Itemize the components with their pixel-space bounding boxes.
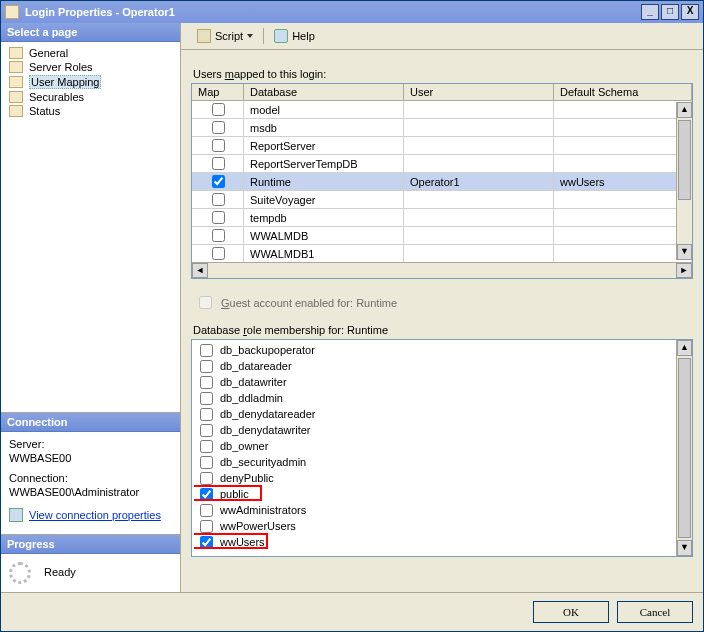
role-item[interactable]: db_datareader — [194, 358, 674, 374]
scroll-thumb[interactable] — [678, 120, 691, 200]
role-label: db_securityadmin — [220, 456, 306, 468]
cell-database: tempdb — [244, 209, 404, 227]
maximize-button[interactable]: □ — [661, 4, 679, 20]
role-checkbox[interactable] — [200, 472, 213, 485]
map-checkbox[interactable] — [212, 157, 225, 170]
col-map[interactable]: Map — [192, 84, 244, 101]
progress-panel: Ready — [1, 554, 180, 592]
map-checkbox[interactable] — [212, 175, 225, 188]
role-item[interactable]: wwAdministrators — [194, 502, 674, 518]
cell-database: Runtime — [244, 173, 404, 191]
map-checkbox[interactable] — [212, 211, 225, 224]
grid-hscrollbar[interactable]: ◄ ► — [192, 262, 692, 278]
link-label: View connection properties — [29, 509, 161, 521]
role-label: db_owner — [220, 440, 268, 452]
role-checkbox[interactable] — [200, 504, 213, 517]
nav-general[interactable]: General — [1, 46, 180, 60]
cell-database: SuiteVoyager — [244, 191, 404, 209]
role-item[interactable]: db_securityadmin — [194, 454, 674, 470]
nav-server-roles[interactable]: Server Roles — [1, 60, 180, 74]
user-mapping-grid[interactable]: Map Database User Default Schema modelms… — [191, 83, 693, 279]
role-item[interactable]: wwPowerUsers — [194, 518, 674, 534]
connection-header: Connection — [1, 413, 180, 432]
cell-database: WWALMDB — [244, 227, 404, 245]
roles-vscrollbar[interactable]: ▲ ▼ — [676, 340, 692, 556]
nav-status[interactable]: Status — [1, 104, 180, 118]
role-checkbox[interactable] — [200, 488, 213, 501]
table-row[interactable]: ReportServerTempDB — [192, 155, 692, 173]
scroll-down-icon[interactable]: ▼ — [677, 244, 692, 260]
role-item[interactable]: db_datawriter — [194, 374, 674, 390]
progress-header: Progress — [1, 535, 180, 554]
role-checkbox[interactable] — [200, 536, 213, 549]
role-item[interactable]: db_owner — [194, 438, 674, 454]
map-checkbox[interactable] — [212, 139, 225, 152]
role-checkbox[interactable] — [200, 360, 213, 373]
role-checkbox[interactable] — [200, 344, 213, 357]
map-checkbox[interactable] — [212, 193, 225, 206]
cancel-button[interactable]: Cancel — [617, 601, 693, 623]
table-row[interactable]: ReportServer — [192, 137, 692, 155]
role-item[interactable]: wwUsers — [194, 534, 674, 550]
view-connection-properties[interactable]: View connection properties — [9, 508, 172, 522]
table-row[interactable]: WWALMDB — [192, 227, 692, 245]
cell-schema — [554, 209, 692, 227]
role-checkbox[interactable] — [200, 440, 213, 453]
map-checkbox[interactable] — [212, 121, 225, 134]
role-label: wwUsers — [220, 536, 265, 548]
close-button[interactable]: X — [681, 4, 699, 20]
role-item[interactable]: denyPublic — [194, 470, 674, 486]
scroll-thumb[interactable] — [678, 358, 691, 538]
scroll-up-icon[interactable]: ▲ — [677, 340, 692, 356]
role-label: wwAdministrators — [220, 504, 306, 516]
table-row[interactable]: model — [192, 101, 692, 119]
role-item[interactable]: db_denydatawriter — [194, 422, 674, 438]
table-row[interactable]: tempdb — [192, 209, 692, 227]
grid-vscrollbar[interactable]: ▲ ▼ — [676, 102, 692, 260]
dialog-footer: OK Cancel — [1, 592, 703, 631]
col-schema[interactable]: Default Schema — [554, 84, 692, 101]
map-checkbox[interactable] — [212, 103, 225, 116]
nav-securables[interactable]: Securables — [1, 90, 180, 104]
scroll-right-icon[interactable]: ► — [676, 263, 692, 278]
nav-label: User Mapping — [29, 75, 101, 89]
titlebar[interactable]: Login Properties - Operator1 _ □ X — [1, 1, 703, 23]
cell-user — [404, 119, 554, 137]
role-checkbox[interactable] — [200, 392, 213, 405]
script-button[interactable]: Script — [191, 27, 259, 45]
role-membership-list[interactable]: db_backupoperatordb_datareaderdb_datawri… — [191, 339, 693, 557]
role-item[interactable]: db_ddladmin — [194, 390, 674, 406]
map-checkbox[interactable] — [212, 247, 225, 260]
role-label: denyPublic — [220, 472, 274, 484]
table-row[interactable]: SuiteVoyager — [192, 191, 692, 209]
cell-user: Operator1 — [404, 173, 554, 191]
scroll-down-icon[interactable]: ▼ — [677, 540, 692, 556]
page-icon — [9, 76, 23, 88]
script-label: Script — [215, 30, 243, 42]
table-row[interactable]: RuntimeOperator1wwUsers — [192, 173, 692, 191]
help-button[interactable]: Help — [268, 27, 321, 45]
ok-button[interactable]: OK — [533, 601, 609, 623]
role-item[interactable]: db_backupoperator — [194, 342, 674, 358]
page-icon — [9, 105, 23, 117]
role-checkbox[interactable] — [200, 520, 213, 533]
page-icon — [9, 91, 23, 103]
scroll-left-icon[interactable]: ◄ — [192, 263, 208, 278]
col-database[interactable]: Database — [244, 84, 404, 101]
role-checkbox[interactable] — [200, 376, 213, 389]
table-row[interactable]: WWALMDB1 — [192, 245, 692, 263]
map-checkbox[interactable] — [212, 229, 225, 242]
nav-user-mapping[interactable]: User Mapping — [1, 74, 180, 90]
role-item[interactable]: public — [194, 486, 674, 502]
role-checkbox[interactable] — [200, 424, 213, 437]
server-label: Server: — [9, 438, 172, 450]
role-checkbox[interactable] — [200, 408, 213, 421]
table-row[interactable]: msdb — [192, 119, 692, 137]
scroll-up-icon[interactable]: ▲ — [677, 102, 692, 118]
users-mapped-label: Users mapped to this login: — [193, 68, 693, 80]
role-item[interactable]: db_denydatareader — [194, 406, 674, 422]
role-checkbox[interactable] — [200, 456, 213, 469]
minimize-button[interactable]: _ — [641, 4, 659, 20]
col-user[interactable]: User — [404, 84, 554, 101]
progress-value: Ready — [44, 566, 76, 578]
